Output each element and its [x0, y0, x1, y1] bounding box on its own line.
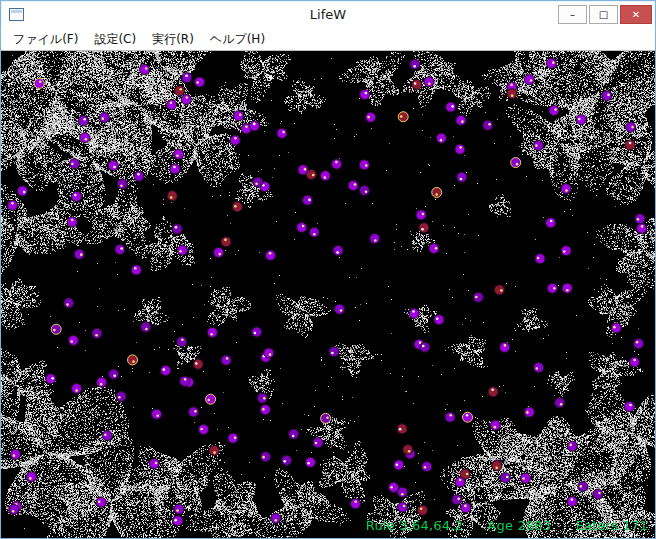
- close-icon: ✕: [632, 10, 640, 20]
- app-icon: [9, 8, 24, 21]
- minimize-icon: –: [570, 10, 575, 20]
- menu-item-file[interactable]: ファイル(F): [5, 28, 86, 51]
- maximize-icon: □: [599, 10, 608, 20]
- simulation-canvas[interactable]: [1, 51, 655, 538]
- simulation-area: Rule 3,64,64,2 Age 2883 Eaters 171: [1, 51, 655, 538]
- titlebar[interactable]: LifeW – □ ✕: [1, 1, 655, 28]
- status-line: Rule 3,64,64,2 Age 2883 Eaters 171: [366, 518, 648, 533]
- menu-item-settings[interactable]: 設定(C): [86, 28, 144, 51]
- menu-item-help[interactable]: ヘルプ(H): [202, 28, 273, 51]
- status-eaters: Eaters 171: [576, 518, 648, 533]
- close-button[interactable]: ✕: [620, 5, 652, 24]
- status-rule: Rule 3,64,64,2: [366, 518, 463, 533]
- menu-item-run[interactable]: 実行(R): [144, 28, 202, 51]
- minimize-button[interactable]: –: [558, 5, 587, 24]
- menu-bar: ファイル(F) 設定(C) 実行(R) ヘルプ(H): [1, 28, 655, 51]
- maximize-button[interactable]: □: [589, 5, 618, 24]
- status-age: Age 2883: [487, 518, 551, 533]
- window-controls: – □ ✕: [556, 5, 652, 24]
- app-window: LifeW – □ ✕ ファイル(F) 設定(C) 実行(R) ヘルプ(H) R…: [0, 0, 656, 539]
